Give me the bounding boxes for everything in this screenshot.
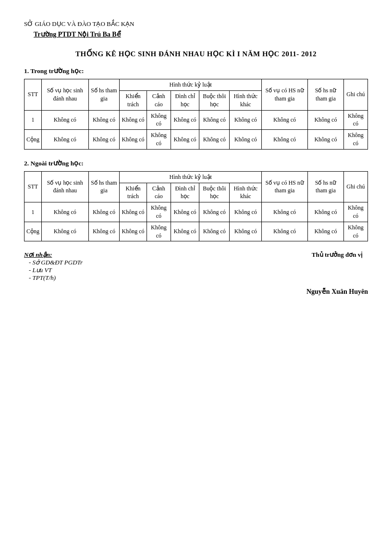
nguyen-xuan-huyen-name: Nguyễn Xuân Huyên [306, 288, 368, 296]
thu-truong-label: Thủ trưởng đơn vị [306, 251, 368, 259]
col-so-hs-nu: Số hs nữ tham gia [308, 79, 344, 110]
main-title: THỐNG KÊ HỌC SINH ĐÁNH NHAU HỌC KÌ I NĂM… [24, 50, 368, 58]
col-so-hs2: Số hs tham gia [88, 171, 120, 202]
cell-buoc_thoi: Không có [199, 202, 230, 222]
cell-dinh_chi: Không có [171, 110, 199, 130]
noi-nhan-label: Nơi nhận: [24, 251, 83, 259]
table-row: 1Không cóKhông cóKhông cóKhông cóKhông c… [24, 202, 368, 222]
cell-so_hs_nu: Không có [308, 110, 344, 130]
cell-dinh_chi: Không có [171, 202, 199, 222]
col-buoc-thoi2: Buộc thôi học [199, 183, 230, 202]
col-dinh-chi: Đình chỉ học [171, 90, 199, 110]
section1-title: 1. Trong trường học: [24, 67, 368, 75]
col-so-hs-nu2: Số hs nữ tham gia [308, 171, 344, 202]
col-ghi-chu2: Ghi chú [343, 171, 368, 202]
col-so-hs: Số hs tham gia [88, 79, 120, 110]
col-stt: STT [24, 79, 42, 110]
section2-title: 2. Ngoài trường học: [24, 159, 368, 167]
cell-dinh_chi: Không có [171, 222, 199, 241]
cell-so_vu: Không có [42, 222, 88, 241]
cell-so_vu_nu: Không có [262, 130, 308, 150]
cell-khien_trach: Không có [120, 130, 147, 150]
col-khien-trach2: Khiển trách [120, 183, 147, 202]
cell-so_vu_nu: Không có [262, 110, 308, 130]
cell-ghi_chu: Không có [343, 202, 368, 222]
cell-so_hs: Không có [88, 202, 120, 222]
cell-so_vu_nu: Không có [262, 202, 308, 222]
col-hinh-thuc-khac: Hình thức khác [230, 90, 262, 110]
col-so-vu: Số vụ học sinh đánh nhau [42, 79, 88, 110]
footer-section: Nơi nhận: Sở GD&ĐT PGDTrLưu VTTPT(T/h) T… [24, 251, 368, 296]
cell-so_hs_nu: Không có [308, 222, 344, 241]
cell-khien_trach: Không có [120, 222, 147, 241]
thu-truong-block: Thủ trưởng đơn vị Nguyễn Xuân Huyên [306, 251, 368, 296]
col-canh-cao2: Cảnh cáo [147, 183, 171, 202]
col-hinh-thuc-group: Hình thức kỷ luật [120, 79, 262, 91]
cell-buoc_thoi: Không có [199, 222, 230, 241]
table-row: CộngKhông cóKhông cóKhông cóKhông cóKhôn… [24, 222, 368, 241]
list-item: TPT(T/h) [29, 274, 83, 282]
cell-ghi_chu: Không có [343, 110, 368, 130]
col-buoc-thoi: Buộc thôi học [199, 90, 230, 110]
table-section1: STT Số vụ học sinh đánh nhau Số hs tham … [24, 79, 368, 150]
cell-ghi_chu: Không có [343, 130, 368, 150]
cell-dinh_chi: Không có [171, 130, 199, 150]
col-stt2: STT [24, 171, 42, 202]
cell-hinh_thuc_khac: Không có [230, 202, 262, 222]
noi-nhan-list: Sở GD&ĐT PGDTrLưu VTTPT(T/h) [24, 259, 83, 282]
col-so-vu-nu: Số vụ có HS nữ tham gia [262, 79, 308, 110]
cell-canh_cao: Không có [147, 202, 171, 222]
cell-so_hs_nu: Không có [308, 202, 344, 222]
cell-so_vu: Không có [42, 110, 88, 130]
table-row: CộngKhông cóKhông cóKhông cóKhông cóKhôn… [24, 130, 368, 150]
noi-nhan-block: Nơi nhận: Sở GD&ĐT PGDTrLưu VTTPT(T/h) [24, 251, 83, 282]
cell-khien_trach: Không có [120, 110, 147, 130]
cell-stt: Cộng [24, 222, 42, 241]
col-hinh-thuc-group2: Hình thức kỷ luật [120, 171, 262, 183]
school-label: Trường PTDT Nội Trú Ba Bể [24, 29, 368, 40]
header-section: SỞ GIÁO DỤC VÀ ĐÀO TẠO BẮC KẠN Trường PT… [24, 19, 368, 40]
col-ghi-chu: Ghi chú [343, 79, 368, 110]
cell-buoc_thoi: Không có [199, 130, 230, 150]
table-section2: STT Số vụ học sinh đánh nhau Số hs tham … [24, 171, 368, 242]
list-item: Sở GD&ĐT PGDTr [29, 259, 83, 266]
col-khien-trach: Khiển trách [120, 90, 147, 110]
cell-canh_cao: Không có [147, 222, 171, 241]
col-so-vu-nu2: Số vụ có HS nữ tham gia [262, 171, 308, 202]
table-row: 1Không cóKhông cóKhông cóKhông cóKhông c… [24, 110, 368, 130]
cell-stt: 1 [24, 110, 42, 130]
cell-so_hs: Không có [88, 110, 120, 130]
col-hinh-thuc-khac2: Hình thức khác [230, 183, 262, 202]
cell-so_vu: Không có [42, 202, 88, 222]
cell-hinh_thuc_khac: Không có [230, 222, 262, 241]
col-canh-cao: Cảnh cáo [147, 90, 171, 110]
cell-hinh_thuc_khac: Không có [230, 110, 262, 130]
col-dinh-chi2: Đình chỉ học [171, 183, 199, 202]
cell-so_vu: Không có [42, 130, 88, 150]
cell-so_hs_nu: Không có [308, 130, 344, 150]
cell-buoc_thoi: Không có [199, 110, 230, 130]
cell-so_hs: Không có [88, 222, 120, 241]
cell-stt: Cộng [24, 130, 42, 150]
cell-khien_trach: Không có [120, 202, 147, 222]
col-so-vu2: Số vụ học sinh đánh nhau [42, 171, 88, 202]
list-item: Lưu VT [29, 266, 83, 274]
cell-stt: 1 [24, 202, 42, 222]
cell-canh_cao: Không có [147, 110, 171, 130]
cell-ghi_chu: Không có [343, 222, 368, 241]
department-label: SỞ GIÁO DỤC VÀ ĐÀO TẠO BẮC KẠN [24, 19, 368, 29]
cell-hinh_thuc_khac: Không có [230, 130, 262, 150]
cell-so_vu_nu: Không có [262, 222, 308, 241]
cell-canh_cao: Không có [147, 130, 171, 150]
cell-so_hs: Không có [88, 130, 120, 150]
